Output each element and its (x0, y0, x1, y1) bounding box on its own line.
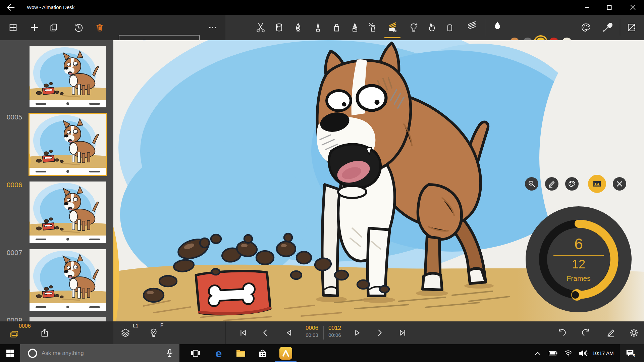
eyedropper-icon (602, 22, 613, 33)
frame-thumbnail-next-partial[interactable] (30, 317, 106, 321)
settings-button[interactable] (627, 325, 641, 340)
file-explorer-button[interactable] (233, 344, 249, 362)
close-icon (630, 5, 636, 10)
selected-tool-underline (384, 37, 400, 38)
thumbnail-image (30, 249, 106, 303)
add-frame-button[interactable] (27, 19, 42, 36)
frame-thumbnail-0005[interactable] (30, 46, 106, 107)
redo-button[interactable] (579, 325, 593, 340)
battery-button[interactable] (546, 344, 560, 362)
undo-button[interactable] (554, 325, 569, 340)
dial-knob[interactable] (571, 289, 583, 301)
window-title: Wow - Aimation Desk (27, 0, 74, 15)
cortana-search-bar[interactable] (20, 344, 179, 362)
export-button[interactable] (37, 325, 52, 340)
search-input[interactable] (42, 350, 166, 357)
tool-marker[interactable] (329, 19, 344, 36)
zoom-button[interactable] (525, 177, 538, 191)
drawing-canvas[interactable]: 6 12 Frames (113, 40, 644, 321)
pencil-icon (350, 22, 360, 33)
minimize-button[interactable] (579, 0, 595, 15)
triangle-left-icon (284, 328, 294, 338)
windows-taskbar: e 10:17 AM 5 (0, 344, 644, 362)
close-overlay-button[interactable] (613, 177, 626, 191)
cortana-icon (28, 348, 38, 358)
edit-button[interactable] (545, 177, 558, 191)
player-icon (592, 179, 602, 189)
thumbnail-image (30, 182, 106, 236)
tool-liner-brush[interactable] (310, 19, 326, 36)
delete-frame-button[interactable] (92, 19, 107, 36)
frames-dial[interactable]: 6 12 Frames (523, 204, 634, 315)
frames-icon (9, 329, 19, 339)
film-strip (30, 168, 106, 175)
windows-logo-icon (6, 350, 14, 357)
tool-scissors[interactable] (253, 19, 268, 36)
frame-label: 0007 (0, 249, 29, 257)
brush-size-button[interactable] (464, 18, 479, 33)
layer-indicator-label: L1 (133, 323, 139, 328)
close-button[interactable] (625, 0, 641, 15)
maximize-button[interactable] (601, 0, 617, 15)
play-button[interactable] (350, 325, 365, 340)
microphone-icon[interactable] (166, 349, 173, 358)
folder-icon (236, 349, 246, 357)
frame-thumbnail-0006-selected[interactable] (30, 114, 106, 175)
tool-airbrush[interactable] (366, 19, 381, 36)
skip-to-start-button[interactable] (236, 325, 251, 340)
chevron-right-icon (375, 328, 384, 338)
action-center-button[interactable] (623, 346, 637, 360)
zoom-in-icon (528, 180, 536, 188)
preview-player-button-active[interactable] (588, 175, 606, 193)
onion-skin-button[interactable] (146, 325, 161, 340)
playhead-frame: 0006 (306, 325, 318, 331)
back-button[interactable] (3, 0, 18, 15)
toolbar-separator-2 (620, 19, 620, 36)
tool-glow-pen[interactable] (406, 19, 421, 36)
opacity-button[interactable] (490, 18, 505, 33)
history-button[interactable] (71, 19, 86, 36)
back-icon (6, 2, 16, 12)
task-view-button[interactable] (187, 344, 204, 362)
taskbar-clock[interactable]: 10:17 AM (592, 344, 613, 362)
frame-thumbnail-0008[interactable] (30, 249, 106, 311)
tool-pastel-brush[interactable] (385, 19, 400, 36)
tool-ink-pen[interactable] (290, 19, 306, 36)
volume-button[interactable] (576, 344, 591, 362)
tool-eraser[interactable] (442, 19, 458, 36)
store-button[interactable] (255, 344, 271, 362)
previous-frame-button[interactable] (281, 325, 296, 340)
skip-to-end-button[interactable] (395, 325, 410, 340)
edge-browser-button[interactable]: e (211, 344, 227, 362)
frame-stack-button[interactable] (7, 327, 21, 341)
animation-app-button-active[interactable] (278, 344, 294, 362)
tray-expand-button[interactable] (530, 344, 545, 362)
previous-button[interactable] (258, 325, 273, 340)
more-options-button[interactable] (205, 19, 220, 36)
wifi-button[interactable] (561, 344, 576, 362)
airbrush-icon (368, 22, 379, 33)
tool-fill-bucket[interactable] (271, 19, 287, 36)
pencil-edit-icon (548, 180, 556, 188)
tool-pencil[interactable] (347, 19, 363, 36)
chevron-left-icon (261, 328, 270, 338)
thumbnail-image (30, 46, 106, 100)
frame-thumbnail-0007[interactable] (30, 182, 106, 243)
thumbnail-image (30, 114, 106, 168)
storyboard-grid-button[interactable] (5, 19, 21, 36)
tool-smudge[interactable] (424, 19, 439, 36)
duplicate-frame-button[interactable] (46, 19, 61, 36)
ruler-button[interactable] (624, 19, 639, 36)
colors-button[interactable] (565, 177, 579, 191)
copy-icon (49, 22, 59, 33)
start-button[interactable] (2, 344, 18, 362)
current-frame-badge: 0006 (19, 323, 31, 329)
palette-button[interactable] (578, 19, 594, 36)
eyedropper-button[interactable] (600, 19, 615, 36)
eraser-icon (444, 22, 455, 33)
layers-button[interactable] (118, 325, 133, 340)
draw-mode-button[interactable] (603, 325, 618, 340)
chevron-up-icon (535, 352, 540, 355)
animation-app-icon (279, 347, 292, 360)
next-button[interactable] (372, 325, 387, 340)
